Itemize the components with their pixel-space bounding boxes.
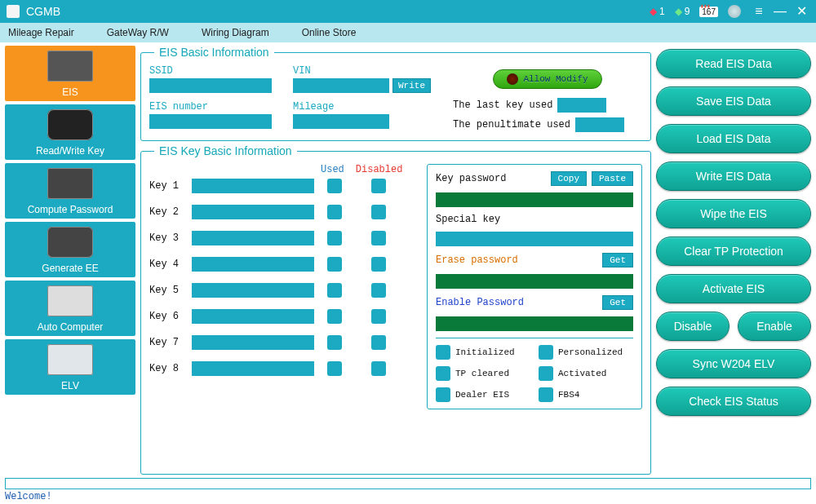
sidebar-item-auto-computer[interactable]: Auto Computer [5,281,135,336]
personalized-check[interactable] [539,345,553,360]
key-row-8: Key 8 [149,361,419,376]
center-column: EIS Basic Information SSID VIN Write All… [140,46,651,475]
mileage-field[interactable] [293,114,389,129]
sync-elv-button[interactable]: Sync W204 ELV [656,349,811,378]
enable-button[interactable]: Enable [738,312,811,341]
used-header: Used [321,164,344,175]
key3-used-check[interactable] [327,231,342,245]
key7-used-check[interactable] [327,335,342,350]
dealer-eis-check[interactable] [436,387,450,402]
activate-eis-button[interactable]: Activate EIS [656,274,811,303]
disable-button[interactable]: Disable [656,312,730,341]
key3-disabled-check[interactable] [371,231,386,245]
tp-cleared-check[interactable] [436,366,450,381]
key7-disabled-check[interactable] [371,335,386,350]
menu-icon[interactable]: ≡ [751,5,767,18]
key3-field[interactable] [192,231,314,245]
app-title: CGMB [26,5,60,18]
key-row-7: Key 7 [149,335,419,350]
read-eis-button[interactable]: Read EIS Data [656,49,811,78]
key-row-6: Key 6 [149,309,419,324]
key2-field[interactable] [192,205,314,219]
eis-basic-legend: EIS Basic Information [154,46,274,59]
mileage-label: Mileage [293,101,448,113]
write-vin-button[interactable]: Write [392,78,431,93]
paste-button[interactable]: Paste [592,171,633,186]
copy-button[interactable]: Copy [551,171,587,186]
minimize-button[interactable]: — [772,5,788,18]
key5-disabled-check[interactable] [371,283,386,298]
calendar-badge[interactable]: 167 [699,7,718,17]
sidebar-item-generate-ee[interactable]: Generate EE [5,222,135,277]
enable-password-field[interactable] [436,316,633,331]
special-key-field[interactable] [436,232,633,246]
sidebar-item-readwrite-key[interactable]: Read/Write Key [5,104,135,160]
clear-tp-button[interactable]: Clear TP Protection [656,237,811,266]
status-flags: Initialized Personalized TP cleared Acti… [436,338,633,402]
load-eis-button[interactable]: Load EIS Data [656,124,811,153]
key6-field[interactable] [192,309,314,324]
app-logo-icon [7,5,20,18]
wipe-eis-button[interactable]: Wipe the EIS [656,199,811,228]
key5-field[interactable] [192,283,314,298]
sidebar-item-compute-password[interactable]: Compute Password [5,163,135,219]
sidebar-item-eis[interactable]: EIS [5,46,135,101]
eis-key-info-panel: EIS Key Basic Information Used Disabled … [140,144,651,475]
menubar: Mileage Repair GateWay R/W Wiring Diagra… [0,23,816,42]
erase-password-field[interactable] [436,274,633,289]
key-list: Used Disabled Key 1 Key 2 Key 3 Key 4 Ke… [149,164,419,409]
toggle-dot-icon [507,73,518,85]
menu-mileage-repair[interactable]: Mileage Repair [8,27,74,38]
workspace: EIS Read/Write Key Compute Password Gene… [0,42,816,475]
allow-modify-button[interactable]: Allow Modify [493,69,601,89]
fbs4-check[interactable] [539,387,553,402]
gem-green-icon: ◆ [675,6,682,17]
printer-icon [47,227,93,258]
key7-field[interactable] [192,335,314,350]
penult-key-field [575,117,624,132]
key8-used-check[interactable] [327,361,342,376]
eis-icon [47,51,93,82]
key8-disabled-check[interactable] [371,361,386,376]
get-enable-button[interactable]: Get [602,295,633,310]
key1-used-check[interactable] [327,179,342,193]
activated-check[interactable] [539,366,553,381]
key2-used-check[interactable] [327,205,342,219]
key-row-2: Key 2 [149,205,419,219]
eis-number-label: EIS number [149,101,288,113]
menu-online-store[interactable]: Online Store [302,27,357,38]
key1-field[interactable] [192,179,314,193]
check-status-button[interactable]: Check EIS Status [656,387,811,416]
ssid-field[interactable] [149,78,272,93]
initialized-check[interactable] [436,345,450,360]
action-column: Read EIS Data Save EIS Data Load EIS Dat… [656,46,811,475]
key6-used-check[interactable] [327,309,342,324]
key1-disabled-check[interactable] [371,179,386,193]
key5-used-check[interactable] [327,283,342,298]
footer: Welcome! [0,475,816,504]
key-password-field[interactable] [436,192,633,207]
key6-disabled-check[interactable] [371,309,386,324]
key-row-1: Key 1 [149,179,419,193]
write-eis-button[interactable]: Write EIS Data [656,161,811,191]
close-button[interactable]: ✕ [793,5,809,18]
key4-used-check[interactable] [327,257,342,272]
disabled-header: Disabled [356,164,403,175]
sidebar-item-elv[interactable]: ELV [5,339,135,395]
special-key-label: Special key [436,214,633,225]
key4-disabled-check[interactable] [371,257,386,272]
key2-disabled-check[interactable] [371,205,386,219]
penult-key-label: The penultimate used [453,119,570,130]
eis-number-field[interactable] [149,114,272,129]
vin-field[interactable] [293,78,389,93]
save-eis-button[interactable]: Save EIS Data [656,86,811,116]
menu-wiring-diagram[interactable]: Wiring Diagram [202,27,269,38]
titlebar: CGMB ◆1 ◆9 167 ≡ — ✕ [0,0,816,23]
menu-gateway-rw[interactable]: GateWay R/W [107,27,169,38]
elv-icon [47,344,93,375]
key-right-panel: Key password Copy Paste Special key Eras… [427,164,642,409]
key4-field[interactable] [192,257,314,272]
get-erase-button[interactable]: Get [602,253,633,267]
key8-field[interactable] [192,361,314,376]
chip-icon [47,168,93,199]
